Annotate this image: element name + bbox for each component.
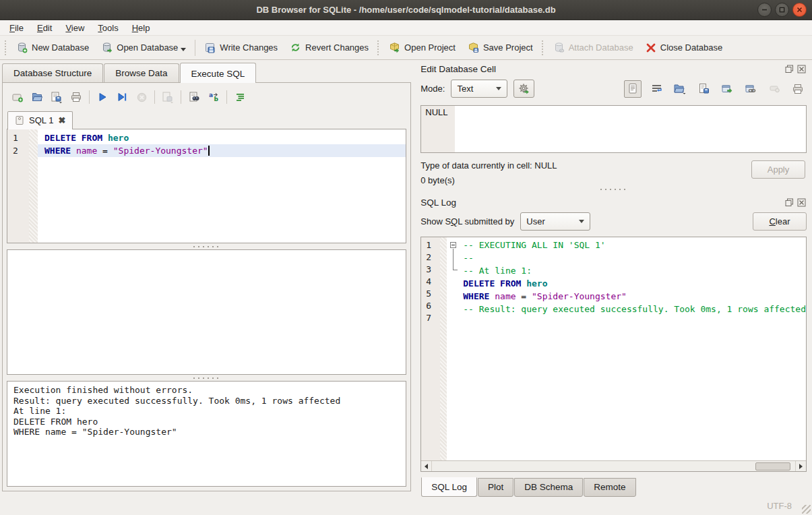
text-mode-button[interactable]: [624, 80, 642, 98]
open-sql-file-button[interactable]: [29, 89, 45, 105]
dock-close-button[interactable]: [797, 65, 806, 74]
tab-browse-data[interactable]: Browse Data: [104, 63, 179, 82]
word-wrap-icon: [651, 84, 662, 94]
open-database-dropdown-caret[interactable]: [181, 48, 186, 51]
main-tab-bar: Database Structure Browse Data Execute S…: [0, 60, 414, 82]
find-button[interactable]: [186, 89, 202, 105]
print-cell-button[interactable]: [789, 80, 807, 98]
edit-cell-title: Edit Database Cell: [420, 64, 496, 74]
export-data-button[interactable]: [695, 80, 712, 98]
scroll-right-arrow[interactable]: [795, 461, 806, 471]
print-button[interactable]: [68, 89, 84, 105]
main-area: Database Structure Browse Data Execute S…: [0, 60, 812, 497]
chevron-down-icon: [579, 220, 584, 223]
revert-changes-button[interactable]: Revert Changes: [284, 39, 375, 56]
code-line: [447, 316, 806, 329]
sql-document-icon: [15, 115, 24, 125]
minimize-button[interactable]: [757, 3, 772, 17]
word-wrap-button[interactable]: [648, 80, 665, 98]
menu-file[interactable]: File: [3, 22, 30, 34]
fold-guide-line: [453, 249, 454, 270]
title-bar: DB Browser for SQLite - /home/user/code/…: [0, 0, 812, 20]
auto-apply-button[interactable]: [513, 80, 534, 98]
scroll-left-arrow[interactable]: [421, 461, 432, 471]
open-project-button[interactable]: Open Project: [383, 39, 462, 56]
float-icon: [785, 65, 794, 73]
code-line: WHERE name = "Spider-Youngster": [447, 291, 806, 303]
dock-float-button[interactable]: [784, 198, 794, 208]
fold-guide-elbow: [453, 270, 458, 270]
open-database-button[interactable]: Open Database: [95, 39, 192, 56]
dock-float-button[interactable]: [784, 65, 794, 74]
new-database-button[interactable]: New Database: [10, 39, 95, 56]
save-sql-file-button[interactable]: [49, 89, 65, 105]
code-line: -- Result: query executed successfully. …: [447, 303, 806, 316]
copy-link-button[interactable]: [742, 80, 759, 98]
open-in-external-button[interactable]: [718, 80, 736, 98]
clear-log-button[interactable]: Clear: [753, 212, 807, 231]
menu-help[interactable]: Help: [125, 22, 157, 34]
write-changes-button[interactable]: Write Changes: [198, 39, 284, 56]
attach-database-button: Attach Database: [547, 39, 639, 56]
open-project-label: Open Project: [404, 42, 456, 53]
attach-database-label: Attach Database: [569, 42, 633, 53]
toolbar-separator: [195, 40, 195, 56]
play-icon: [97, 92, 108, 102]
dock-splitter-handle[interactable]: [420, 185, 807, 194]
code-line: -- EXECUTING ALL IN 'SQL 1': [447, 239, 806, 252]
save-project-button[interactable]: Save Project: [462, 39, 539, 56]
log-fold-margin: [440, 237, 447, 471]
find-in-text-icon: [188, 91, 200, 103]
maximize-button[interactable]: [775, 3, 789, 17]
scrollbar-thumb[interactable]: [755, 462, 790, 471]
submitted-by-select[interactable]: User: [520, 212, 590, 231]
menu-tools[interactable]: Tools: [91, 22, 125, 34]
code-line: -- At line 1:: [447, 265, 806, 278]
toolbar-separator: [154, 90, 155, 104]
save-results-icon: [161, 91, 175, 103]
cell-type-info: Type of data currently in cell: NULL: [420, 160, 557, 171]
dock-close-button[interactable]: [797, 198, 806, 208]
dock-tab-db-schema[interactable]: DB Schema: [514, 478, 583, 497]
splitter-handle[interactable]: [7, 243, 406, 249]
editor-line-numbers: 12: [7, 129, 29, 243]
auto-format-icon: [235, 92, 246, 103]
mode-select[interactable]: Text: [451, 80, 507, 98]
format-sql-button[interactable]: [232, 89, 248, 105]
dock-tab-remote[interactable]: Remote: [584, 478, 635, 497]
replace-button[interactable]: a b: [206, 89, 222, 105]
tab-database-structure[interactable]: Database Structure: [2, 63, 103, 82]
close-database-button[interactable]: Close Database: [639, 40, 729, 56]
new-database-label: New Database: [32, 42, 89, 53]
results-grid: [7, 249, 406, 375]
open-file-icon: [31, 91, 43, 103]
sql-editor[interactable]: 12 DELETE FROM heroWHERE name = "Spider-…: [7, 129, 406, 243]
menu-view[interactable]: View: [59, 22, 91, 34]
dock-tab-plot[interactable]: Plot: [478, 478, 513, 497]
write-changes-label: Write Changes: [220, 42, 278, 53]
execute-all-button[interactable]: [94, 89, 111, 105]
import-data-button[interactable]: [671, 80, 689, 98]
cell-value-editor[interactable]: NULL: [420, 105, 807, 153]
sql-log-view[interactable]: 1234567 -- EXECUTING ALL IN 'SQL 1'---- …: [420, 237, 807, 472]
close-tab-icon[interactable]: ✖: [58, 115, 65, 125]
sql-file-tab[interactable]: SQL 1 ✖: [7, 111, 73, 129]
execute-line-button[interactable]: [114, 89, 130, 105]
close-button[interactable]: [792, 3, 807, 17]
menu-edit[interactable]: Edit: [30, 22, 59, 34]
splitter-handle[interactable]: [7, 375, 406, 381]
toolbar-grip: [377, 40, 380, 55]
cell-value-content[interactable]: [455, 106, 806, 152]
set-null-icon: [769, 84, 780, 93]
dock-tab-sql-log[interactable]: SQL Log: [421, 477, 477, 497]
toolbar-grip: [5, 40, 7, 55]
export-file-icon: [698, 83, 710, 94]
svg-text:a: a: [209, 92, 213, 98]
fold-collapse-icon[interactable]: [450, 242, 456, 248]
tab-execute-sql[interactable]: Execute SQL: [180, 63, 257, 83]
printer-icon: [70, 91, 82, 103]
right-panel: Edit Database Cell Mode:: [414, 60, 812, 497]
cell-mode-row: Mode: Text: [420, 80, 807, 98]
resize-grip[interactable]: [802, 505, 811, 514]
open-sql-tab-button[interactable]: [9, 89, 26, 105]
